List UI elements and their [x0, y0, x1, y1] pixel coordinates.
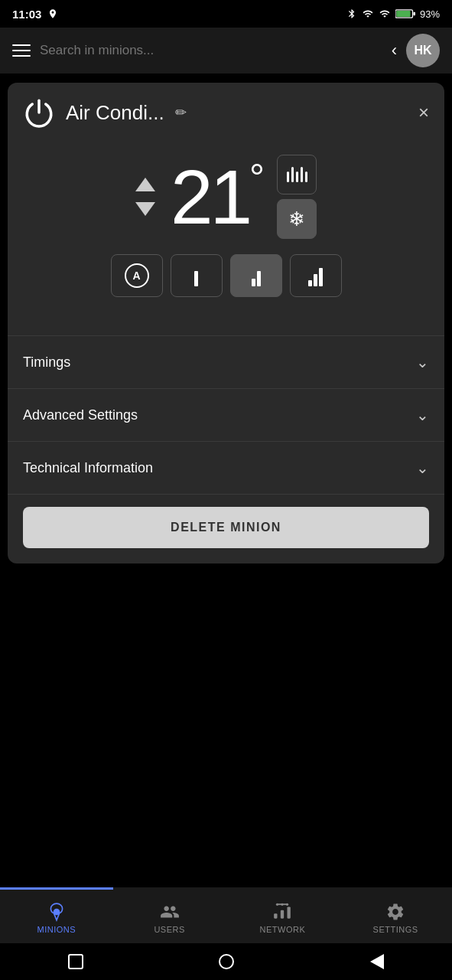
- signal-icon: [362, 8, 374, 19]
- power-icon[interactable]: [23, 96, 55, 129]
- status-time-area: 11:03: [12, 8, 58, 21]
- device-title: Air Condi...: [66, 101, 164, 125]
- android-square-button[interactable]: [65, 951, 86, 972]
- temperature-row: 21° ❄: [135, 155, 317, 239]
- fan-high-button[interactable]: [290, 254, 342, 297]
- top-nav-bar: ‹ HK: [0, 28, 452, 74]
- nav-users[interactable]: USERS: [143, 902, 197, 934]
- users-nav-icon: [160, 902, 180, 922]
- edit-icon[interactable]: ✏: [175, 104, 187, 121]
- network-nav-icon: [272, 902, 292, 922]
- temperature-display: 21°: [171, 158, 262, 235]
- card-header-left: Air Condi... ✏: [23, 96, 187, 129]
- back-button[interactable]: ‹: [392, 41, 397, 60]
- advanced-settings-chevron-icon: ⌄: [416, 406, 429, 424]
- temp-up-button[interactable]: [135, 178, 155, 191]
- users-nav-label: USERS: [154, 925, 184, 934]
- settings-nav-label: SETTINGS: [373, 925, 418, 934]
- nav-settings[interactable]: SETTINGS: [369, 902, 422, 934]
- search-input[interactable]: [40, 43, 382, 58]
- nav-minions[interactable]: MINIONS: [30, 902, 83, 934]
- svg-rect-1: [396, 11, 410, 17]
- search-container[interactable]: [40, 43, 382, 58]
- android-nav-bar: [0, 943, 452, 980]
- cool-mode-button[interactable]: ❄: [277, 199, 317, 239]
- fan-high-icon: [308, 265, 323, 286]
- svg-rect-4: [275, 913, 278, 919]
- fan-med-icon: [252, 265, 261, 286]
- technical-info-label: Technical Information: [23, 460, 153, 476]
- timings-section[interactable]: Timings ⌄: [8, 336, 444, 389]
- bottom-nav-items: MINIONS USERS NETWORK: [0, 890, 452, 943]
- device-card: Air Condi... ✏ × 21°: [8, 83, 444, 564]
- battery-percent: 93%: [420, 8, 440, 20]
- svg-rect-5: [281, 910, 284, 919]
- svg-rect-2: [413, 12, 415, 15]
- avatar[interactable]: HK: [406, 34, 440, 67]
- advanced-settings-label: Advanced Settings: [23, 407, 138, 423]
- timings-chevron-icon: ⌄: [416, 353, 429, 371]
- timings-label: Timings: [23, 354, 70, 371]
- minions-nav-icon: [47, 902, 67, 922]
- snowflake-icon: ❄: [288, 207, 305, 231]
- ac-controls: 21° ❄: [8, 139, 444, 320]
- auto-label: A: [125, 263, 149, 288]
- bluetooth-icon: [346, 8, 357, 19]
- temp-down-button[interactable]: [135, 202, 155, 216]
- delete-minion-button[interactable]: DELETE MINION: [23, 507, 429, 548]
- status-bar: 11:03 93%: [0, 0, 452, 28]
- expandable-sections: Timings ⌄ Advanced Settings ⌄ Technical …: [8, 335, 444, 495]
- card-header: Air Condi... ✏ ×: [8, 83, 444, 139]
- fan-auto-button[interactable]: A: [111, 254, 163, 297]
- android-back-button[interactable]: [366, 951, 388, 972]
- technical-info-section[interactable]: Technical Information ⌄: [8, 442, 444, 495]
- fan-low-icon: [194, 265, 198, 286]
- nav-network[interactable]: NETWORK: [255, 902, 309, 934]
- android-home-button[interactable]: [216, 951, 237, 972]
- technical-info-chevron-icon: ⌄: [416, 459, 429, 477]
- heat-mode-button[interactable]: [277, 155, 317, 194]
- close-button[interactable]: ×: [418, 102, 429, 123]
- bottom-nav: MINIONS USERS NETWORK: [0, 887, 452, 980]
- hamburger-menu[interactable]: [12, 44, 31, 57]
- status-icons-area: 93%: [346, 8, 440, 20]
- time-display: 11:03: [12, 8, 41, 21]
- fan-med-button[interactable]: [230, 254, 282, 297]
- temp-arrows: [135, 178, 155, 216]
- location-icon: [47, 8, 58, 19]
- minions-nav-label: MINIONS: [37, 925, 76, 934]
- advanced-settings-section[interactable]: Advanced Settings ⌄: [8, 389, 444, 442]
- settings-nav-icon: [385, 902, 405, 922]
- svg-rect-6: [288, 907, 291, 919]
- wifi-icon: [379, 8, 391, 19]
- network-nav-label: NETWORK: [260, 925, 306, 934]
- delete-section: DELETE MINION: [8, 495, 444, 564]
- fan-speed-row: A: [111, 254, 342, 297]
- battery-icon: [395, 8, 415, 19]
- mode-buttons: ❄: [277, 155, 317, 239]
- fan-low-button[interactable]: [171, 254, 223, 297]
